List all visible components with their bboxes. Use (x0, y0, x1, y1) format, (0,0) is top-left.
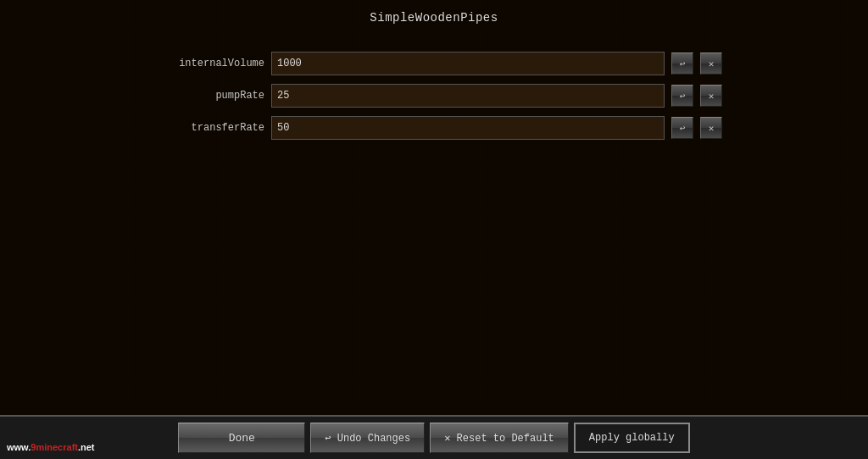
content-area: internalVolume ↩ ✕ pumpRate ↩ ✕ transfer… (0, 32, 868, 415)
setting-input-internalvolume[interactable] (271, 52, 665, 75)
setting-label-pumprate: pumpRate (146, 90, 264, 102)
undo-button-transferrate[interactable]: ↩ (671, 117, 693, 139)
watermark-prefix: www. (7, 442, 31, 452)
page-title: SimpleWoodenPipes (370, 11, 498, 25)
setting-row-transferrate: transferRate ↩ ✕ (146, 113, 722, 142)
title-bar: SimpleWoodenPipes (0, 0, 868, 32)
bottom-bar: Done ↩ Undo Changes ✕ Reset to Default A… (0, 415, 868, 459)
reset-button-transferrate[interactable]: ✕ (700, 117, 722, 139)
undo-button-pumprate[interactable]: ↩ (671, 85, 693, 107)
setting-label-transferrate: transferRate (146, 122, 264, 134)
setting-row-internalvolume: internalVolume ↩ ✕ (146, 49, 722, 78)
reset-button-internalvolume[interactable]: ✕ (700, 53, 722, 75)
setting-label-internalvolume: internalVolume (146, 58, 264, 69)
setting-input-transferrate[interactable] (271, 116, 665, 140)
settings-panel: internalVolume ↩ ✕ pumpRate ↩ ✕ transfer… (146, 49, 722, 142)
done-button[interactable]: Done (178, 423, 305, 453)
apply-globally-button[interactable]: Apply globally (574, 423, 690, 453)
undo-button-internalvolume[interactable]: ↩ (671, 53, 693, 75)
reset-button-pumprate[interactable]: ✕ (700, 85, 722, 107)
watermark-brand: 9minecraft (31, 442, 78, 452)
setting-input-pumprate[interactable] (271, 84, 665, 108)
watermark: www.9minecraft.net (7, 442, 95, 452)
setting-row-pumprate: pumpRate ↩ ✕ (146, 81, 722, 110)
reset-default-button[interactable]: ✕ Reset to Default (430, 423, 569, 453)
watermark-suffix: .net (78, 442, 95, 452)
undo-changes-button[interactable]: ↩ Undo Changes (310, 423, 425, 453)
